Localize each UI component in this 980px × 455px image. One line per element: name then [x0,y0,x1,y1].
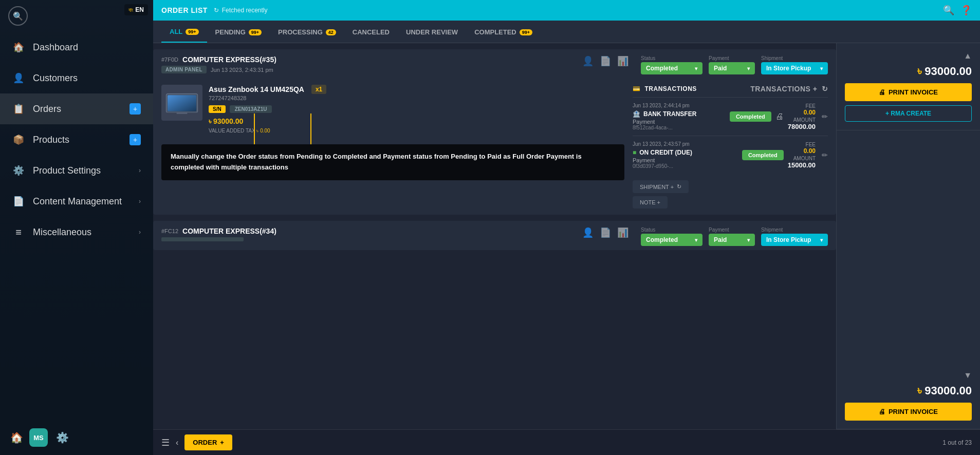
product-tax: VALUE ADDED TAX ৳ 0.00 [209,128,624,134]
search-button[interactable]: 🔍 [8,6,28,26]
trans-status-badge-1: Completed [730,111,771,122]
sidebar-item-orders[interactable]: 📋 Orders + [0,93,153,124]
status-value: Completed [646,65,678,72]
order-button[interactable]: ORDER + [184,434,232,450]
transactions-refresh-icon[interactable]: ↻ [822,85,828,93]
shipment-select-2[interactable]: In Store Pickup ▾ [761,234,828,246]
orders-add-button[interactable]: + [130,103,141,115]
sidebar-item-products[interactable]: 📦 Products + [0,124,153,155]
refresh-button[interactable]: ↻ Fetched recently [214,7,268,14]
lang-en[interactable]: EN [135,6,144,13]
print-invoice-button-2[interactable]: 🖨 PRINT INVOICE [845,403,972,421]
sidebar-item-miscellaneous[interactable]: ≡ Miscellaneous › [0,217,153,248]
amount-label-2: AMOUNT [788,156,816,161]
help-icon[interactable]: ❓ [960,5,972,16]
chart-icon[interactable]: 📊 [617,55,628,67]
sidebar-item-label: Content Management [33,196,122,207]
fee-val-1: 0.00 [788,109,816,116]
collapse-button-2[interactable]: ▼ [964,371,972,380]
note-action: NOTE + [633,196,828,208]
order-customer-1: COMPUTER EXPRESS(#35) [182,55,276,64]
tab-completed[interactable]: COMPLETED 99+ [466,21,541,42]
chevron-down-icon: ▾ [747,66,750,71]
shipment-group: Shipment In Store Pickup ▾ [761,55,828,74]
edit-icon-1[interactable]: ✏ [822,112,828,121]
order-customer-2: COMPUTER EXPRESS(#34) [182,227,276,235]
transaction-item-1: Jun 13 2023, 2:44:14 pm 🏦 BANK TRANSFER … [633,97,828,136]
chevron-down-icon: ▾ [695,66,697,71]
avatar[interactable]: MS [29,428,48,447]
amount-val-1: 78000.00 [788,123,816,130]
shipment-label: SHIPMENT + [640,184,674,190]
sidebar-item-dashboard[interactable]: 🏠 Dashboard [0,32,153,63]
hamburger-icon[interactable]: ☰ [161,437,170,448]
amount-val-2: 15000.00 [788,161,816,169]
back-arrow[interactable]: ‹ [176,438,178,447]
chart-icon-2[interactable]: 📊 [617,227,628,238]
payment-select-2[interactable]: Paid ▾ [709,234,755,246]
home-icon: 🏠 [12,41,25,53]
print-invoice-button-1[interactable]: 🖨 PRINT INVOICE [845,83,972,101]
status-select-1[interactable]: Completed ▾ [641,62,702,74]
credit-card-icon: 💳 [633,85,641,92]
status-label: Status [641,55,702,61]
note-button[interactable]: NOTE + [633,196,668,208]
print-icon-1[interactable]: 🖨 [775,112,784,121]
sidebar-item-product-settings[interactable]: ⚙️ Product Settings › [0,155,153,186]
collapse-button[interactable]: ▲ [964,51,972,61]
order-card-2: #FC12 COMPUTER EXPRESS(#34) 👤 📄 📊 [153,221,836,250]
document-icon[interactable]: 📄 [600,55,611,67]
tag-sn-button[interactable]: S/N [209,105,226,113]
trans-sub-2: Payment [633,157,738,163]
sidebar-item-content-management[interactable]: 📄 Content Management › [0,186,153,217]
tab-canceled[interactable]: CANCELED [344,21,398,42]
payment-select-1[interactable]: Paid ▾ [709,62,755,74]
shipment-button[interactable]: SHIPMENT + ↻ [633,180,689,193]
trans-type-1: 🏦 BANK TRANSFER [633,110,726,118]
tab-pending[interactable]: PENDING 99+ [207,21,270,42]
order2-action-icons: 👤 📄 📊 [576,227,635,238]
search-icon[interactable]: 🔍 [943,5,954,16]
search-icon: 🔍 [13,11,23,21]
tab-processing[interactable]: PROCESSING 42 [270,21,344,42]
document-icon-2[interactable]: 📄 [600,227,611,238]
shipment-select-1[interactable]: In Store Pickup ▾ [761,62,828,74]
order-id-1: #7F0D [161,56,178,63]
tabs-bar: ALL 99+ PENDING 99+ PROCESSING 42 CANCEL… [153,21,980,43]
products-icon: 📦 [12,134,25,146]
fee-label-2: FEE [788,142,816,147]
product-code: 727247248328 [209,95,624,101]
lang-switcher[interactable]: বাং EN [124,4,148,15]
tab-all[interactable]: ALL 99+ [161,21,207,43]
products-add-button[interactable]: + [130,134,141,145]
trans-amounts-1: FEE 0.00 AMOUNT 78000.00 [788,103,816,130]
sidebar-nav: 🏠 Dashboard 👤 Customers 📋 Orders + 📦 Pro… [0,32,153,248]
sidebar-item-customers[interactable]: 👤 Customers [0,63,153,93]
content-icon: 📄 [12,195,25,207]
status-select-2[interactable]: Completed ▾ [641,234,702,246]
user-icon-2[interactable]: 👤 [582,227,594,238]
lang-bn[interactable]: বাং [128,7,133,13]
total-amount-2: ৳ 93000.00 [845,384,972,397]
amount-label-1: AMOUNT [788,117,816,123]
order-card-1: #7F0D COMPUTER EXPRESS(#35) ADMIN PANEL … [153,49,836,215]
trans-sub-1: Payment [633,119,726,125]
rma-create-button[interactable]: + RMA CREATE [845,105,972,122]
order-date-1: Jun 13 2023, 2:43:31 pm [211,67,273,73]
footer-settings-icon[interactable]: ⚙️ [56,431,69,444]
tag-zen-button[interactable]: ZEN013AZ1U [230,105,272,113]
page-title: ORDER LIST [161,6,208,14]
transactions-add-button[interactable]: TRANSACTIONS + [750,85,817,93]
shipment-value: In Store Pickup [766,65,811,72]
transaction-item-2: Jun 13 2023, 2:43:57 pm ■ ON CREDIT (DUE… [633,136,828,174]
shipment-refresh-icon: ↻ [677,183,681,190]
footer-home-icon[interactable]: 🏠 [10,431,23,444]
tab-pending-badge: 99+ [249,29,262,35]
edit-icon-2[interactable]: ✏ [822,151,828,159]
transactions-header-actions: TRANSACTIONS + ↻ [750,85,828,93]
fetch-status: Fetched recently [222,7,268,14]
order-status-controls: Status Completed ▾ Payment Paid [641,55,828,74]
chevron-right-icon: › [139,167,141,174]
user-icon[interactable]: 👤 [582,55,594,67]
tab-under-review[interactable]: UNDER REVIEW [398,21,466,42]
